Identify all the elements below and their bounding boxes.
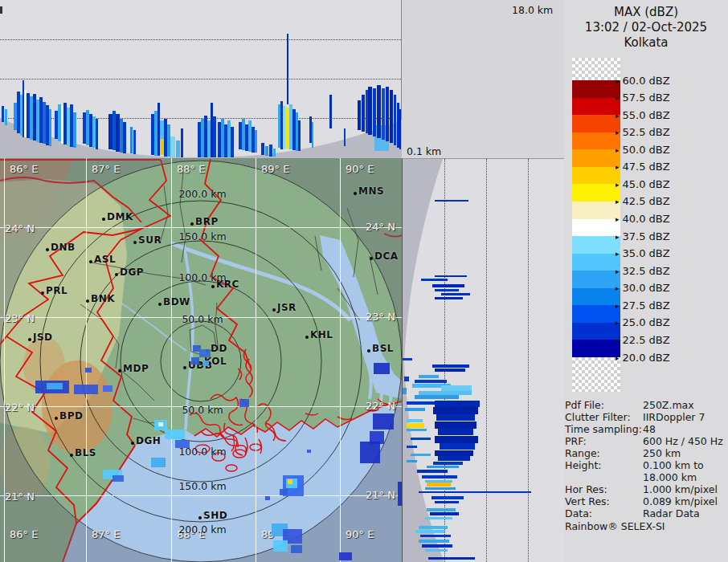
meta-label: Data: bbox=[565, 507, 643, 519]
meta-row: Hor Res:1.000 km/pixel bbox=[565, 483, 726, 495]
echo-bar bbox=[421, 279, 448, 281]
meta-label: Vert Res: bbox=[565, 495, 643, 507]
echo-bar bbox=[255, 130, 257, 153]
echo-bar bbox=[368, 87, 372, 135]
echo-bar bbox=[419, 540, 449, 543]
echo-bar bbox=[441, 385, 472, 391]
echo-bar bbox=[422, 544, 452, 548]
colorbar-checker-top bbox=[572, 58, 620, 80]
colorbar-label: 55.0 dBZ bbox=[616, 109, 670, 121]
meta-value: 0.100 km to bbox=[643, 459, 704, 471]
colorbar-band bbox=[572, 80, 620, 98]
colorbar-band bbox=[572, 115, 620, 132]
meta-row: Height:0.100 km to bbox=[565, 459, 726, 471]
colorbar-label: 20.0 dBZ bbox=[616, 352, 670, 364]
echo-bar bbox=[419, 375, 439, 378]
yz-echo-bars bbox=[403, 159, 565, 562]
colorbar-band bbox=[572, 271, 620, 288]
colorbar-label: 42.5 dBZ bbox=[616, 195, 670, 207]
echo-bar bbox=[273, 149, 276, 157]
software-credit: Rainbow® SELEX-SI bbox=[565, 520, 665, 532]
radar-echo bbox=[175, 440, 190, 448]
legend-timestamp: 13:02 / 02-Oct-2025 bbox=[564, 20, 728, 35]
colorbar-band bbox=[572, 305, 620, 323]
echo-bar bbox=[399, 109, 401, 149]
echo-bar bbox=[435, 369, 465, 372]
colorbar-checker-bottom bbox=[572, 357, 620, 392]
radar-echo bbox=[112, 475, 124, 482]
echo-bar bbox=[436, 414, 475, 421]
echo-bar bbox=[73, 112, 76, 148]
echo-bar bbox=[213, 116, 216, 157]
echo-bar bbox=[435, 275, 467, 277]
xz-projection-panel bbox=[0, 0, 402, 158]
colorbar-band bbox=[572, 219, 620, 237]
echo-bar bbox=[312, 122, 313, 148]
colorbar-band bbox=[572, 184, 620, 202]
meta-value: 250Z.max bbox=[643, 399, 694, 411]
echo-bar bbox=[419, 526, 448, 529]
echo-bar bbox=[344, 128, 346, 146]
radar-echo bbox=[165, 430, 185, 439]
echo-bar bbox=[2, 106, 4, 122]
meta-value: IIRDoppler 7 bbox=[643, 411, 705, 423]
echo-bar bbox=[176, 140, 180, 157]
meta-label: PRF: bbox=[565, 435, 643, 447]
colorbar-band bbox=[572, 323, 620, 340]
colorbar-band bbox=[572, 288, 620, 306]
radar-echo bbox=[85, 368, 92, 373]
echo-bar bbox=[435, 200, 468, 202]
colorbar-label: 52.5 dBZ bbox=[616, 126, 670, 138]
echo-bar bbox=[435, 450, 473, 456]
radar-echo bbox=[307, 450, 311, 453]
echo-bar bbox=[427, 508, 456, 511]
radar-echo bbox=[273, 540, 288, 552]
colorbar-label: 45.0 dBZ bbox=[616, 178, 670, 190]
echo-bar bbox=[394, 95, 396, 145]
colorbar-label: 22.5 dBZ bbox=[616, 334, 670, 346]
meta-value: 0.089 km/pixel bbox=[643, 495, 718, 507]
echo-bar bbox=[49, 109, 51, 146]
radar-echo bbox=[47, 383, 63, 389]
echo-bar bbox=[435, 501, 459, 503]
echo-bar bbox=[435, 289, 459, 291]
echo-bar bbox=[407, 423, 424, 428]
radar-echo bbox=[74, 385, 98, 394]
radar-echo bbox=[373, 413, 394, 430]
colorbar-band bbox=[572, 132, 620, 150]
echo-bar bbox=[407, 429, 427, 431]
radar-echo bbox=[288, 479, 292, 484]
meta-label: Clutter Filter: bbox=[565, 411, 643, 423]
meta-value: 48 bbox=[643, 423, 656, 435]
radar-echo bbox=[191, 357, 199, 364]
yz-projection-panel bbox=[402, 158, 564, 562]
colorbar-label: 47.5 dBZ bbox=[616, 161, 670, 173]
colorbar-band bbox=[572, 202, 620, 219]
meta-label: Time sampling: bbox=[565, 423, 643, 435]
map-echoes bbox=[0, 158, 402, 562]
echo-bar bbox=[432, 364, 469, 368]
colorbar-band bbox=[572, 340, 620, 357]
echo-bar bbox=[435, 436, 478, 443]
meta-value: 1.000 km/pixel bbox=[643, 483, 718, 495]
radar-echo bbox=[291, 545, 302, 553]
echo-bar bbox=[181, 128, 183, 157]
echo-bar bbox=[428, 557, 475, 560]
colorbar-band bbox=[572, 167, 620, 185]
colorbar-label: 25.0 dBZ bbox=[616, 316, 670, 328]
echo-bar bbox=[265, 146, 268, 156]
echo-bar bbox=[403, 388, 407, 394]
echo-bar bbox=[440, 443, 475, 450]
echo-bar bbox=[432, 284, 464, 287]
legend-title: MAX (dBZ) bbox=[564, 5, 728, 19]
echo-bar bbox=[427, 483, 451, 487]
radar-echo bbox=[239, 399, 249, 407]
echo-bar bbox=[123, 122, 126, 153]
echo-bar bbox=[133, 130, 136, 154]
echo-bar bbox=[407, 419, 423, 422]
echo-bar bbox=[5, 109, 7, 125]
echo-bar bbox=[433, 462, 463, 465]
echo-bar bbox=[373, 88, 376, 136]
colorbar-label: 30.0 dBZ bbox=[616, 282, 670, 294]
echo-bar bbox=[382, 88, 385, 140]
